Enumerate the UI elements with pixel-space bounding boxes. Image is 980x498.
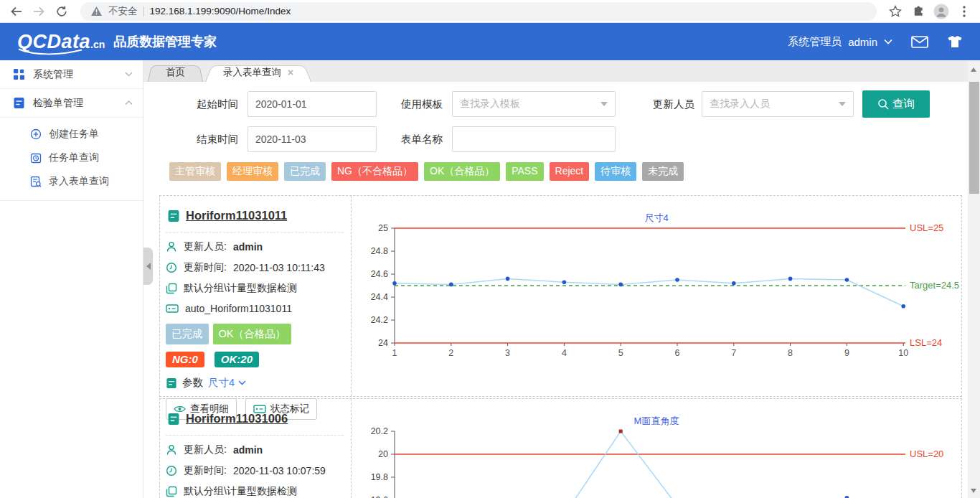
shirt-theme-icon[interactable] [947,35,963,48]
user-role: 系统管理员 [788,35,842,49]
user-menu[interactable]: 系统管理员 admin [788,35,892,49]
form-name-input[interactable] [452,126,616,152]
auto-name-line: auto_Horiform11031011 [166,303,344,314]
extensions-puzzle-icon[interactable] [910,3,927,20]
document-icon [13,97,25,109]
sidebar-item-task-query[interactable]: 任务单查询 [0,146,143,169]
sidebar-item-label: 检验单管理 [33,97,117,110]
spc-chart-area: M面直角度20.22019.819.6USL=20 [352,399,961,498]
time-value: 2020-11-03 10:11:43 [233,262,325,273]
svg-text:19.6: 19.6 [371,495,388,498]
sidebar-collapse-handle[interactable] [143,248,153,285]
svg-text:24.6: 24.6 [371,269,388,279]
group-path: 默认分组\计量型数据检测 [184,485,297,498]
search-button[interactable]: 查询 [862,90,930,118]
app-logo: QCData.cn [17,31,105,53]
status-badge: OK（合格品） [213,324,291,344]
mail-icon[interactable] [911,36,928,48]
status-badge[interactable]: 待审核 [595,162,636,181]
ok-counter: OK:20 [215,352,259,367]
updater-value: admin [233,444,263,456]
main-area: 首页 录入表单查询 × 起始时间 使用模板 查找录入模板 更新人员 [143,60,980,498]
sidebar-item-system[interactable]: 系统管理 [0,60,143,89]
svg-text:20: 20 [378,449,388,459]
sidebar-subitem-label: 创建任务单 [49,128,99,141]
address-bar[interactable]: 不安全 192.168.1.199:9090/Home/Index [80,2,877,21]
tab-label: 首页 [166,66,185,79]
sidebar-submenu: 创建任务单 任务单查询 录入表单查询 [0,118,143,201]
template-select[interactable]: 查找录入模板 [452,91,616,117]
group-line: 默认分组\计量型数据检测 [166,282,344,295]
sidebar-item-form-query[interactable]: 录入表单查询 [0,169,143,193]
status-badge[interactable]: 已完成 [284,162,326,181]
svg-text:8: 8 [788,348,793,358]
end-date-input[interactable] [248,126,377,152]
result-counters: NG:0 OK:20 [166,352,344,367]
bookmark-star-icon[interactable] [887,3,904,20]
svg-text:尺寸4: 尺寸4 [644,212,668,223]
start-date-input[interactable] [248,91,377,117]
status-badge[interactable]: PASS [506,162,543,181]
sidebar-item-inspection[interactable]: 检验单管理 [0,89,143,118]
param-select-link[interactable]: 尺寸4 [208,376,246,390]
updater-line: 更新人员: admin [166,443,344,456]
svg-text:3: 3 [505,348,510,358]
sidebar-item-create-task[interactable]: 创建任务单 [0,122,143,146]
group-path: 默认分组\计量型数据检测 [184,282,297,295]
clock-icon [166,262,177,273]
form-card: Horiform11031011 更新人员: admin [159,195,962,397]
form-title-link[interactable]: Horiform11031006 [186,412,288,426]
param-value: 尺寸4 [208,376,235,390]
status-badge[interactable]: 未完成 [642,162,684,181]
tab-close-icon[interactable]: × [288,67,293,78]
status-badge[interactable]: 经理审核 [227,162,278,181]
copy-icon [166,283,177,294]
status-badge[interactable]: NG（不合格品） [331,162,418,181]
svg-text:24.4: 24.4 [371,292,388,302]
status-badge[interactable]: OK（合格品） [424,162,500,181]
form-doc-icon [167,210,180,222]
updater-line: 更新人员: admin [166,240,344,253]
scroll-down-icon[interactable] [971,489,976,493]
back-icon[interactable] [7,3,24,20]
form-card: Horiform11031006 更新人员: admin [159,398,962,498]
browser-avatar[interactable] [933,3,950,20]
caret-down-icon [839,102,846,106]
app-slogan: 品质数据管理专家 [113,33,217,50]
vertical-scrollbar[interactable] [968,60,980,498]
updater-label: 更新人员 [637,98,694,111]
svg-text:9: 9 [844,348,849,358]
forward-icon[interactable] [30,3,47,20]
scroll-up-icon[interactable] [971,67,976,72]
scrollbar-thumb[interactable] [969,82,979,194]
reload-icon[interactable] [53,3,70,20]
status-badge[interactable]: Reject [550,162,590,181]
svg-text:Target=24.5: Target=24.5 [910,280,959,291]
updater-select[interactable]: 查找录入人员 [702,91,854,117]
status-badge[interactable]: 主管审核 [169,162,221,181]
chevron-down-icon [884,39,892,44]
tab-form-query[interactable]: 录入表单查询 × [205,63,311,82]
svg-text:5: 5 [618,348,623,358]
tab-label: 录入表单查询 [223,66,281,79]
svg-text:20.2: 20.2 [371,426,388,436]
form-title-link[interactable]: Horiform11031011 [186,209,287,222]
sidebar-subitem-label: 任务单查询 [49,151,99,164]
update-time-line: 更新时间: 2020-11-03 10:07:59 [166,464,344,477]
status-badge: 已完成 [166,324,209,344]
logo-tld: .cn [90,39,105,50]
grid-icon [13,68,25,80]
tab-strip: 首页 录入表单查询 × [143,60,980,82]
browser-menu-icon[interactable] [956,3,973,20]
clock-icon [166,465,177,476]
chevron-down-icon [125,72,133,77]
param-label: 参数 [182,376,203,390]
form-card-info: Horiform11031006 更新人员: admin [160,399,352,498]
updater-label: 更新人员: [184,443,227,456]
url-text: 192.168.1.199:9090/Home/Index [150,6,291,17]
copy-icon [166,486,177,497]
time-label: 更新时间: [184,261,227,274]
group-line: 默认分组\计量型数据检测 [166,485,344,498]
tab-home[interactable]: 首页 [148,63,203,82]
search-button-label: 查询 [892,97,915,112]
